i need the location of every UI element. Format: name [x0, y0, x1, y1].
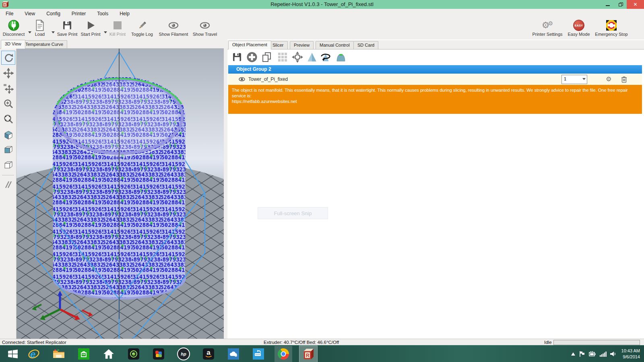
rotate-view-tool[interactable] — [1, 51, 15, 65]
menu-config[interactable]: Config — [41, 9, 66, 19]
chevron-down-icon — [582, 78, 586, 80]
easy-mode-button[interactable]: EASY Easy Mode — [567, 19, 591, 39]
close-button[interactable]: ✕ — [627, 0, 644, 9]
action-center-flag-icon[interactable] — [579, 351, 585, 357]
menu-tools[interactable]: Tools — [91, 9, 114, 19]
speaker-icon[interactable] — [610, 351, 616, 357]
taskbar-icon-cloud-drive[interactable] — [225, 346, 242, 362]
toggle-log-button[interactable]: Toggle Log — [130, 19, 155, 39]
object-toolbar — [227, 49, 644, 65]
window-title: Repetier-Host V1.0.3 - Tower_of_Pi_fixed… — [0, 0, 644, 9]
save-print-button[interactable]: Save Print — [55, 19, 80, 39]
disconnect-dropdown-arrow[interactable] — [28, 31, 31, 33]
zoom-tool[interactable] — [1, 97, 15, 111]
delete-trash-icon[interactable] — [621, 76, 627, 83]
zoom-fit-tool[interactable] — [1, 112, 15, 126]
amazon-logo: a — [203, 348, 214, 360]
taskbar-icon-hp[interactable]: hp — [175, 346, 192, 362]
taskbar-icon-chrome[interactable] — [275, 346, 292, 362]
tab-temperature-curve[interactable]: Temperature Curve — [21, 40, 67, 48]
menu-file[interactable]: File — [0, 9, 19, 19]
pencil-icon — [130, 19, 155, 31]
move-view-tool[interactable] — [1, 66, 15, 80]
tray-time: 10:43 AM — [621, 348, 640, 354]
isometric-view-tool[interactable] — [1, 128, 15, 142]
minimize-button[interactable] — [602, 0, 614, 9]
menu-view[interactable]: View — [19, 9, 41, 19]
disconnect-button[interactable]: Disconnect — [1, 19, 26, 39]
taskbar-icon-amazon[interactable]: a — [200, 346, 217, 362]
show-hidden-icons-arrow[interactable] — [571, 352, 575, 356]
tab-sd-card[interactable]: SD Card — [353, 41, 378, 49]
front-view-tool[interactable] — [1, 143, 15, 157]
menu-help[interactable]: Help — [114, 9, 135, 19]
taskbar-icon-home[interactable] — [100, 346, 118, 362]
taskbar-icon-internet-explorer[interactable]: e — [25, 346, 43, 362]
printer-settings-button[interactable]: ⚙⚙ Printer Settings — [530, 19, 564, 39]
taskbar-icon-password-manager[interactable] — [250, 346, 267, 362]
minimize-icon — [606, 2, 610, 6]
tab-slicer[interactable]: Slicer — [268, 41, 288, 49]
right-tab-strip: Object Placement Slicer Preview Manual C… — [227, 40, 644, 49]
start-print-button[interactable]: Start Print — [79, 19, 102, 39]
load-button[interactable]: Load — [31, 19, 48, 39]
tab-preview[interactable]: Preview — [290, 41, 314, 49]
tray-clock[interactable]: 10:43 AM 9/6/2014 — [621, 348, 642, 360]
emergency-stop-button[interactable]: Emergency Stop — [594, 19, 629, 39]
network-signal-icon[interactable] — [600, 351, 607, 357]
3d-viewport[interactable]: 3141592653 5897932384 6264338327 9502884… — [17, 49, 224, 339]
battery-icon[interactable] — [589, 351, 596, 357]
load-dropdown-arrow[interactable] — [52, 31, 55, 33]
warning-url[interactable]: https://netfabb.azurewebsites.net — [232, 99, 638, 104]
add-object-button[interactable] — [246, 51, 258, 64]
document-icon — [31, 19, 48, 31]
object-count-dropdown[interactable]: 1 — [561, 75, 587, 84]
chrome-icon — [278, 348, 289, 360]
object-row[interactable]: Tower_of_Pi_fixed 1 ⚙ — [228, 74, 642, 85]
object-settings-gear-icon[interactable]: ⚙ — [606, 75, 611, 83]
menu-printer[interactable]: Printer — [66, 9, 91, 19]
taskbar-icon-file-explorer[interactable] — [50, 346, 68, 362]
taskbar-icon-puzzle-app[interactable] — [150, 346, 167, 362]
object-name: Tower_of_Pi_fixed — [248, 76, 288, 82]
wire-cube-icon — [3, 160, 14, 171]
center-icon — [291, 51, 303, 63]
manifold-warning-banner: The object is not manifold. This essenti… — [228, 85, 642, 114]
menu-bar: File View Config Printer Tools Help — [0, 9, 644, 19]
kill-print-button: Kill Print — [107, 19, 128, 39]
center-object-button[interactable] — [291, 51, 304, 64]
move-object-tool[interactable] — [1, 81, 15, 95]
copy-object-button[interactable] — [260, 51, 273, 64]
show-filament-button[interactable]: Show Filament — [158, 19, 189, 39]
move-icon — [3, 68, 14, 78]
maximize-button[interactable] — [615, 0, 627, 9]
save-objects-button[interactable] — [231, 51, 244, 64]
object-group-header[interactable]: Object Group 2 — [228, 65, 642, 74]
svg-text:R: R — [4, 3, 6, 7]
connection-status: Connected: Starfleet Replicator — [2, 340, 66, 345]
start-button[interactable] — [4, 346, 22, 362]
tab-3d-view[interactable]: 3D View — [1, 40, 25, 49]
floppy-icon — [232, 52, 242, 62]
right-panel: Object Placement Slicer Preview Manual C… — [227, 39, 644, 339]
zoom-fit-icon — [3, 114, 14, 124]
lay-flat-button[interactable] — [334, 51, 347, 64]
folder-icon — [53, 349, 65, 359]
cloud-icon — [229, 351, 237, 357]
start-print-dropdown-arrow[interactable] — [104, 31, 107, 33]
temperature-status: Extruder: 40.7°C/Off Bed: 46.6°C/Off — [264, 340, 339, 345]
lay-flat-icon — [334, 51, 347, 63]
show-travel-button[interactable]: Show Travel — [192, 19, 218, 39]
scale-object-button[interactable] — [305, 51, 318, 64]
top-view-tool[interactable] — [1, 158, 15, 173]
taskbar-icon-windows-store[interactable] — [75, 346, 93, 362]
taskbar-icon-repetier-host[interactable]: R — [299, 346, 317, 362]
visibility-eye-icon[interactable] — [239, 77, 245, 82]
rotate-object-button[interactable] — [319, 51, 332, 64]
parallel-projection-tool[interactable] — [1, 177, 15, 191]
taskbar-icon-media-app[interactable] — [125, 346, 142, 362]
tab-object-placement[interactable]: Object Placement — [228, 41, 271, 49]
rotate-icon — [3, 53, 14, 63]
tab-manual-control[interactable]: Manual Control — [316, 41, 354, 49]
grid-icon — [277, 51, 288, 63]
